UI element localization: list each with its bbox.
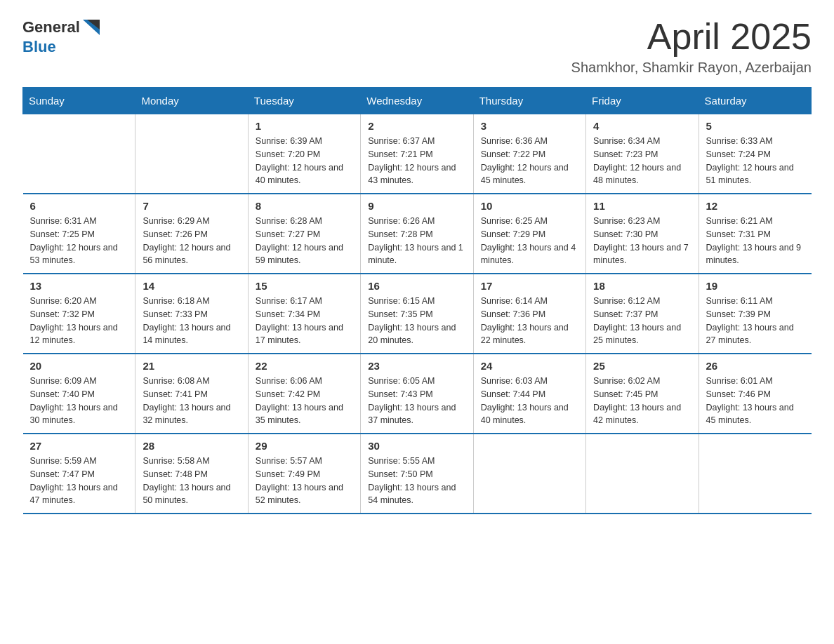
- day-info: Sunrise: 6:12 AM Sunset: 7:37 PM Dayligh…: [593, 295, 691, 347]
- week-row-5: 27Sunrise: 5:59 AM Sunset: 7:47 PM Dayli…: [23, 434, 812, 514]
- day-cell: 10Sunrise: 6:25 AM Sunset: 7:29 PM Dayli…: [473, 194, 585, 274]
- day-info: Sunrise: 6:08 AM Sunset: 7:41 PM Dayligh…: [143, 375, 240, 427]
- header-row: SundayMondayTuesdayWednesdayThursdayFrid…: [23, 88, 812, 114]
- day-cell: 15Sunrise: 6:17 AM Sunset: 7:34 PM Dayli…: [248, 274, 360, 354]
- day-cell: [135, 114, 248, 194]
- page-header: General Blue April 2025 Shamkhor, Shamki…: [22, 17, 812, 76]
- header-cell-thursday: Thursday: [473, 88, 585, 114]
- logo-text-blue: Blue: [22, 38, 56, 55]
- week-row-4: 20Sunrise: 6:09 AM Sunset: 7:40 PM Dayli…: [23, 354, 812, 434]
- day-cell: 18Sunrise: 6:12 AM Sunset: 7:37 PM Dayli…: [586, 274, 699, 354]
- day-cell: [23, 114, 135, 194]
- day-number: 12: [706, 200, 805, 212]
- header-cell-sunday: Sunday: [23, 88, 135, 114]
- calendar-table: SundayMondayTuesdayWednesdayThursdayFrid…: [22, 87, 812, 514]
- day-info: Sunrise: 6:31 AM Sunset: 7:25 PM Dayligh…: [30, 215, 128, 267]
- day-info: Sunrise: 6:18 AM Sunset: 7:33 PM Dayligh…: [143, 295, 240, 347]
- day-number: 13: [30, 280, 128, 292]
- day-info: Sunrise: 6:17 AM Sunset: 7:34 PM Dayligh…: [256, 295, 353, 347]
- header-cell-wednesday: Wednesday: [361, 88, 473, 114]
- day-cell: 25Sunrise: 6:02 AM Sunset: 7:45 PM Dayli…: [586, 354, 699, 434]
- subtitle: Shamkhor, Shamkir Rayon, Azerbaijan: [571, 60, 812, 76]
- day-cell: 9Sunrise: 6:26 AM Sunset: 7:28 PM Daylig…: [361, 194, 473, 274]
- day-info: Sunrise: 6:25 AM Sunset: 7:29 PM Dayligh…: [481, 215, 578, 267]
- day-number: 8: [256, 200, 353, 212]
- day-info: Sunrise: 5:55 AM Sunset: 7:50 PM Dayligh…: [368, 455, 465, 507]
- day-number: 1: [256, 120, 353, 132]
- day-info: Sunrise: 6:26 AM Sunset: 7:28 PM Dayligh…: [368, 215, 465, 267]
- day-info: Sunrise: 5:59 AM Sunset: 7:47 PM Dayligh…: [30, 455, 128, 507]
- calendar-body: 1Sunrise: 6:39 AM Sunset: 7:20 PM Daylig…: [23, 114, 812, 514]
- day-cell: 14Sunrise: 6:18 AM Sunset: 7:33 PM Dayli…: [135, 274, 248, 354]
- day-info: Sunrise: 5:58 AM Sunset: 7:48 PM Dayligh…: [143, 455, 240, 507]
- week-row-1: 1Sunrise: 6:39 AM Sunset: 7:20 PM Daylig…: [23, 114, 812, 194]
- day-number: 15: [256, 280, 353, 292]
- day-info: Sunrise: 6:06 AM Sunset: 7:42 PM Dayligh…: [256, 375, 353, 427]
- main-title: April 2025: [571, 17, 812, 57]
- day-number: 9: [368, 200, 465, 212]
- day-info: Sunrise: 6:28 AM Sunset: 7:27 PM Dayligh…: [256, 215, 353, 267]
- logo: General Blue: [22, 17, 102, 56]
- day-cell: 23Sunrise: 6:05 AM Sunset: 7:43 PM Dayli…: [361, 354, 473, 434]
- day-cell: 30Sunrise: 5:55 AM Sunset: 7:50 PM Dayli…: [361, 434, 473, 514]
- day-cell: 21Sunrise: 6:08 AM Sunset: 7:41 PM Dayli…: [135, 354, 248, 434]
- day-number: 10: [481, 200, 578, 212]
- week-row-2: 6Sunrise: 6:31 AM Sunset: 7:25 PM Daylig…: [23, 194, 812, 274]
- day-number: 6: [30, 200, 128, 212]
- day-number: 3: [481, 120, 578, 132]
- day-cell: 29Sunrise: 5:57 AM Sunset: 7:49 PM Dayli…: [248, 434, 360, 514]
- day-cell: 3Sunrise: 6:36 AM Sunset: 7:22 PM Daylig…: [473, 114, 585, 194]
- day-cell: 8Sunrise: 6:28 AM Sunset: 7:27 PM Daylig…: [248, 194, 360, 274]
- day-number: 28: [143, 440, 240, 452]
- day-info: Sunrise: 6:14 AM Sunset: 7:36 PM Dayligh…: [481, 295, 578, 347]
- day-info: Sunrise: 6:37 AM Sunset: 7:21 PM Dayligh…: [368, 135, 465, 187]
- day-number: 11: [593, 200, 691, 212]
- day-info: Sunrise: 6:05 AM Sunset: 7:43 PM Dayligh…: [368, 375, 465, 427]
- header-cell-monday: Monday: [135, 88, 248, 114]
- day-cell: [586, 434, 699, 514]
- day-info: Sunrise: 6:29 AM Sunset: 7:26 PM Dayligh…: [143, 215, 240, 267]
- week-row-3: 13Sunrise: 6:20 AM Sunset: 7:32 PM Dayli…: [23, 274, 812, 354]
- day-cell: 28Sunrise: 5:58 AM Sunset: 7:48 PM Dayli…: [135, 434, 248, 514]
- logo-triangle-icon: [80, 17, 102, 38]
- day-cell: 26Sunrise: 6:01 AM Sunset: 7:46 PM Dayli…: [699, 354, 811, 434]
- day-number: 21: [143, 360, 240, 372]
- day-number: 30: [368, 440, 465, 452]
- day-info: Sunrise: 6:01 AM Sunset: 7:46 PM Dayligh…: [706, 375, 805, 427]
- day-cell: 11Sunrise: 6:23 AM Sunset: 7:30 PM Dayli…: [586, 194, 699, 274]
- day-cell: 7Sunrise: 6:29 AM Sunset: 7:26 PM Daylig…: [135, 194, 248, 274]
- day-cell: 12Sunrise: 6:21 AM Sunset: 7:31 PM Dayli…: [699, 194, 811, 274]
- day-cell: 5Sunrise: 6:33 AM Sunset: 7:24 PM Daylig…: [699, 114, 811, 194]
- day-info: Sunrise: 6:21 AM Sunset: 7:31 PM Dayligh…: [706, 215, 805, 267]
- day-info: Sunrise: 6:09 AM Sunset: 7:40 PM Dayligh…: [30, 375, 128, 427]
- day-number: 29: [256, 440, 353, 452]
- day-cell: 20Sunrise: 6:09 AM Sunset: 7:40 PM Dayli…: [23, 354, 135, 434]
- day-info: Sunrise: 6:11 AM Sunset: 7:39 PM Dayligh…: [706, 295, 805, 347]
- header-cell-saturday: Saturday: [699, 88, 811, 114]
- day-info: Sunrise: 6:02 AM Sunset: 7:45 PM Dayligh…: [593, 375, 691, 427]
- day-info: Sunrise: 6:03 AM Sunset: 7:44 PM Dayligh…: [481, 375, 578, 427]
- day-number: 25: [593, 360, 691, 372]
- day-info: Sunrise: 6:23 AM Sunset: 7:30 PM Dayligh…: [593, 215, 691, 267]
- day-number: 17: [481, 280, 578, 292]
- day-cell: 4Sunrise: 6:34 AM Sunset: 7:23 PM Daylig…: [586, 114, 699, 194]
- day-info: Sunrise: 5:57 AM Sunset: 7:49 PM Dayligh…: [256, 455, 353, 507]
- day-number: 16: [368, 280, 465, 292]
- day-cell: [699, 434, 811, 514]
- day-cell: 17Sunrise: 6:14 AM Sunset: 7:36 PM Dayli…: [473, 274, 585, 354]
- day-cell: 2Sunrise: 6:37 AM Sunset: 7:21 PM Daylig…: [361, 114, 473, 194]
- day-info: Sunrise: 6:15 AM Sunset: 7:35 PM Dayligh…: [368, 295, 465, 347]
- day-cell: 1Sunrise: 6:39 AM Sunset: 7:20 PM Daylig…: [248, 114, 360, 194]
- title-block: April 2025 Shamkhor, Shamkir Rayon, Azer…: [571, 17, 812, 76]
- day-number: 20: [30, 360, 128, 372]
- day-number: 2: [368, 120, 465, 132]
- day-number: 14: [143, 280, 240, 292]
- calendar-header: SundayMondayTuesdayWednesdayThursdayFrid…: [23, 88, 812, 114]
- day-number: 18: [593, 280, 691, 292]
- day-cell: [473, 434, 585, 514]
- day-number: 26: [706, 360, 805, 372]
- day-cell: 27Sunrise: 5:59 AM Sunset: 7:47 PM Dayli…: [23, 434, 135, 514]
- day-cell: 16Sunrise: 6:15 AM Sunset: 7:35 PM Dayli…: [361, 274, 473, 354]
- day-info: Sunrise: 6:33 AM Sunset: 7:24 PM Dayligh…: [706, 135, 805, 187]
- day-cell: 19Sunrise: 6:11 AM Sunset: 7:39 PM Dayli…: [699, 274, 811, 354]
